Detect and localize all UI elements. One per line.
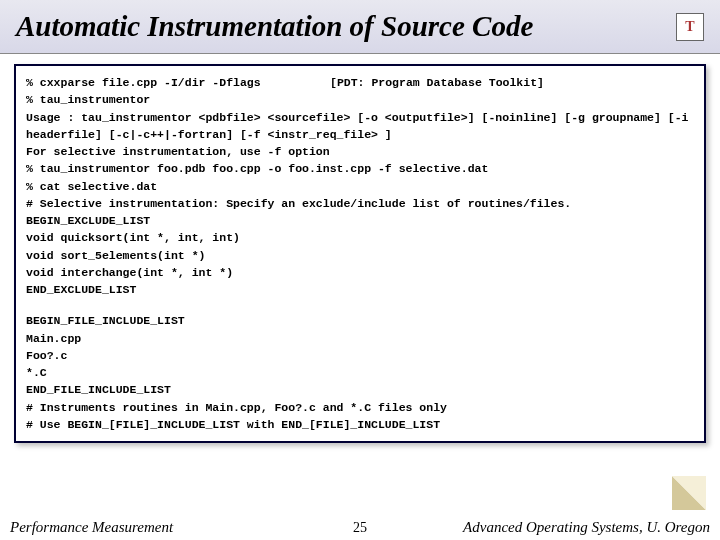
code-line: void quicksort(int *, int, int)	[26, 229, 694, 246]
page-number: 25	[353, 520, 367, 536]
title-bar: Automatic Instrumentation of Source Code…	[0, 0, 720, 54]
pdt-annotation: [PDT: Program Database Toolkit]	[330, 74, 544, 91]
code-line: # Selective instrumentation: Specify an …	[26, 195, 694, 212]
code-line: *.C	[26, 364, 694, 381]
logo-icon: T	[676, 13, 704, 41]
code-line: END_EXCLUDE_LIST	[26, 281, 694, 298]
code-line: # Use BEGIN_[FILE]_INCLUDE_LIST with END…	[26, 416, 694, 433]
blank-line	[26, 298, 694, 312]
code-line: For selective instrumentation, use -f op…	[26, 143, 694, 160]
footer-right: Advanced Operating Systems, U. Oregon	[463, 519, 710, 536]
code-line: BEGIN_FILE_INCLUDE_LIST	[26, 312, 694, 329]
page-fold-icon	[672, 476, 706, 510]
code-panel: [PDT: Program Database Toolkit] % cxxpar…	[14, 64, 706, 443]
code-line: % tau_instrumentor foo.pdb foo.cpp -o fo…	[26, 160, 694, 177]
code-line: % cat selective.dat	[26, 178, 694, 195]
slide-title: Automatic Instrumentation of Source Code	[16, 10, 533, 43]
footer-left: Performance Measurement	[10, 519, 173, 536]
code-line: Foo?.c	[26, 347, 694, 364]
code-line: END_FILE_INCLUDE_LIST	[26, 381, 694, 398]
code-line: Usage : tau_instrumentor <pdbfile> <sour…	[26, 109, 694, 144]
code-line: Main.cpp	[26, 330, 694, 347]
footer: Performance Measurement 25 Advanced Oper…	[0, 519, 720, 536]
code-line: void interchange(int *, int *)	[26, 264, 694, 281]
code-line: % tau_instrumentor	[26, 91, 694, 108]
code-line: void sort_5elements(int *)	[26, 247, 694, 264]
code-line: BEGIN_EXCLUDE_LIST	[26, 212, 694, 229]
code-line: # Instruments routines in Main.cpp, Foo?…	[26, 399, 694, 416]
